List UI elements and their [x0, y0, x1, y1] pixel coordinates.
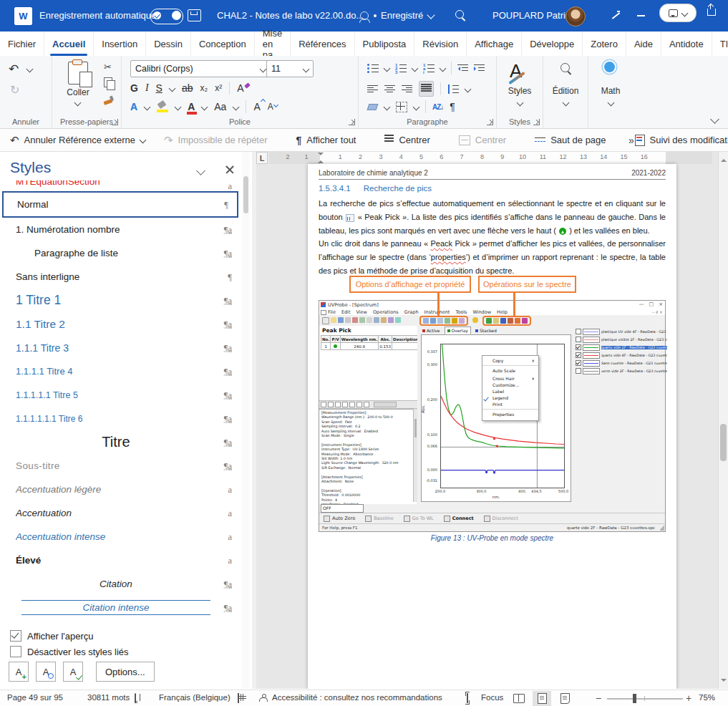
style-item[interactable]: Accentuation légère a	[0, 478, 241, 501]
autosave-toggle[interactable]	[150, 9, 183, 24]
legend-row[interactable]: quartz vide 2F - RawData - G23 cuvettes.…	[576, 344, 667, 351]
document-scrollbar[interactable]	[718, 152, 728, 689]
dialog-launcher-icon[interactable]	[112, 119, 118, 125]
ribbon-tab[interactable]: Conception	[191, 32, 255, 56]
underline-button[interactable]: S	[156, 82, 162, 94]
horizontal-ruler[interactable]: 21 12345678910111213141516	[269, 152, 712, 164]
view-tab[interactable]: Overlay	[445, 327, 471, 334]
math-icon[interactable]	[604, 62, 615, 72]
legend-checkbox[interactable]	[576, 344, 581, 350]
chevron-down-icon[interactable]	[175, 103, 182, 110]
show-preview-row[interactable]: Afficher l'aperçu	[10, 630, 94, 642]
accessibility-status[interactable]: Accessibilité : consultez nos recommanda…	[272, 693, 442, 702]
zoom-in-button[interactable]: +	[686, 692, 691, 704]
word-app-icon[interactable]: W	[14, 7, 32, 25]
style-item[interactable]: 1.1.1.1.1.1 Titre 6 ¶a	[0, 407, 241, 430]
scrollbar-thumb[interactable]	[720, 424, 727, 461]
uvprobe-bottom-button[interactable]: Go To WL	[404, 516, 434, 522]
style-item[interactable]: Sous-titre ¶a	[0, 454, 241, 478]
close-icon[interactable]	[225, 165, 234, 174]
undo-button[interactable]: ↶	[9, 62, 19, 77]
chevron-down-icon[interactable]	[201, 103, 208, 110]
ink-pen-icon[interactable]	[610, 11, 620, 21]
disable-linked-row[interactable]: Désactiver les styles liés	[10, 646, 129, 657]
legend-checkbox[interactable]	[576, 352, 581, 358]
cut-icon[interactable]: ✂	[104, 62, 112, 72]
ribbon-tab[interactable]: Références	[291, 32, 354, 56]
subscript-button[interactable]: x₂	[200, 83, 208, 93]
style-item[interactable]: Citation intense ¶a	[0, 596, 241, 619]
line-spacing-button[interactable]	[447, 84, 459, 94]
proofing-icon[interactable]	[135, 694, 136, 702]
macro-icon[interactable]	[238, 694, 239, 702]
quickbar-overflow-button[interactable]: »	[628, 135, 634, 146]
increase-indent-button[interactable]	[474, 64, 485, 73]
chevron-down-icon[interactable]	[465, 85, 472, 92]
zoom-out-button[interactable]: −	[596, 692, 601, 704]
legend-row[interactable]: plastique UV vide 4F - RawData - G23 cuv…	[576, 328, 667, 335]
context-menu-item[interactable]: Auto Scale	[482, 365, 538, 375]
style-item[interactable]: Élevé a	[0, 548, 241, 572]
document-title[interactable]: CHAL2 - Notes de labo v22.00.do...	[217, 10, 364, 21]
numbering-button[interactable]: 123	[395, 64, 407, 73]
view-tab[interactable]: Active	[420, 327, 442, 334]
focus-icon[interactable]	[467, 694, 468, 702]
align-center-button[interactable]	[384, 84, 395, 94]
search-icon[interactable]	[455, 10, 464, 19]
copy-icon[interactable]	[104, 77, 112, 87]
shading-button[interactable]	[367, 102, 378, 112]
quickbar-item[interactable]: Suivi des modifications	[635, 135, 728, 146]
multilevel-list-button[interactable]: 1ai	[423, 64, 435, 73]
indent-markers[interactable]	[318, 153, 324, 163]
chevron-down-icon[interactable]	[196, 166, 205, 175]
zoom-slider-thumb[interactable]	[633, 694, 636, 703]
strikethrough-button[interactable]: ab	[182, 82, 193, 94]
quickbar-item[interactable]: Annuler Référence externe	[10, 134, 145, 147]
ribbon-tab[interactable]: Fichier	[0, 32, 44, 56]
paste-icon[interactable]	[68, 62, 88, 84]
quickbar-item[interactable]: Impossible de répéter	[164, 134, 278, 147]
style-item[interactable]: Normal ¶	[2, 191, 238, 218]
clear-formatting-button[interactable]: A	[237, 82, 243, 94]
scroll-down-icon[interactable]	[721, 679, 727, 685]
legend-checkbox[interactable]	[576, 329, 581, 334]
paste-button[interactable]: Coller	[52, 87, 104, 97]
focus-button[interactable]: Focus	[481, 693, 503, 702]
zoom-slider[interactable]	[607, 698, 683, 700]
context-menu-item[interactable]: Label	[482, 388, 538, 395]
text-effects-button[interactable]: A	[130, 101, 137, 112]
save-icon[interactable]	[188, 9, 201, 21]
context-menu-item[interactable]: Cross Hair	[482, 375, 538, 382]
read-mode-button[interactable]	[510, 691, 528, 706]
options-button[interactable]: Options...	[96, 662, 155, 682]
redo-button[interactable]: ↻	[10, 83, 19, 97]
language-indicator[interactable]: Français (Belgique)	[159, 693, 230, 702]
ribbon-tab[interactable]: Développe	[522, 32, 583, 56]
disable-linked-checkbox[interactable]	[10, 646, 21, 657]
font-size-select[interactable]: 11	[266, 60, 314, 77]
style-item[interactable]: 1.1.1.1.1 Titre 5 ¶a	[0, 383, 241, 407]
font-name-select[interactable]: Calibri (Corps)	[130, 60, 271, 77]
context-menu-item[interactable]: Properties	[482, 409, 538, 419]
avatar[interactable]	[566, 6, 586, 26]
style-item[interactable]: Titre ¶a	[0, 430, 241, 454]
chevron-down-icon[interactable]	[412, 64, 419, 72]
legend-checkbox[interactable]	[576, 360, 581, 366]
ribbon-tab[interactable]: Zotero	[583, 32, 626, 56]
style-item[interactable]: Accentuation intense a	[0, 525, 241, 548]
highlight-button[interactable]	[157, 102, 168, 112]
chevron-down-icon[interactable]	[168, 84, 175, 92]
context-menu-item[interactable]: Legend	[482, 395, 538, 401]
bold-button[interactable]: G	[130, 82, 138, 94]
dialog-launcher-icon[interactable]	[349, 119, 355, 125]
show-formatting-button[interactable]: ¶	[450, 101, 455, 112]
quickbar-item[interactable]: Saut de page	[535, 135, 616, 145]
chevron-down-icon[interactable]	[144, 103, 151, 110]
page-indicator[interactable]: Page 49 sur 95	[7, 693, 63, 702]
math-button[interactable]: Math	[588, 86, 633, 96]
style-item[interactable]: Citation ¶a	[0, 572, 241, 596]
context-menu-item[interactable]: Copy	[482, 357, 538, 364]
document-page[interactable]: Laboratoire de chimie analytique 2 2021-…	[308, 164, 676, 689]
style-item[interactable]: 1 Titre 1 ¶a	[0, 289, 241, 312]
legend-checkbox[interactable]	[576, 337, 581, 342]
